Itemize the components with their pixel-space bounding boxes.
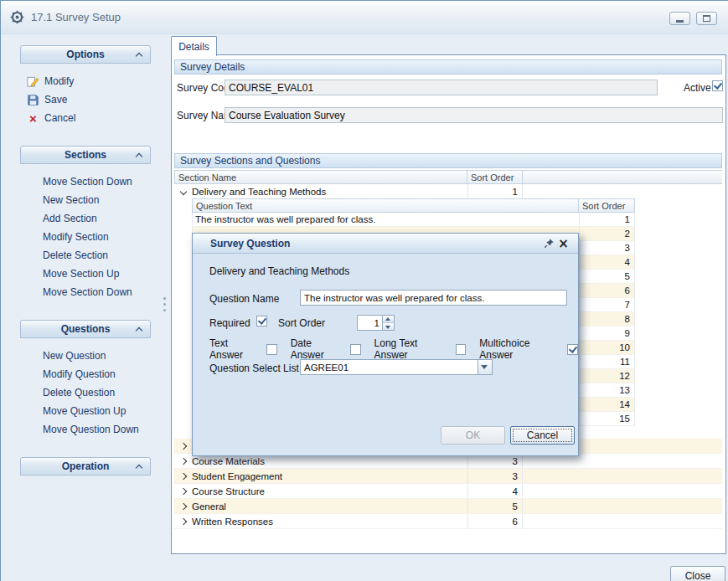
survey-code-field[interactable]: COURSE_EVAL01: [225, 80, 658, 95]
panel-header-sections[interactable]: Sections: [20, 146, 151, 164]
minimize-button[interactable]: [669, 12, 690, 25]
panel-title: Operation: [62, 460, 110, 472]
question-text-cell: The instructor was well prepared for cla…: [192, 213, 579, 226]
question-select-list-combo[interactable]: AGREE01: [300, 359, 493, 375]
section-row[interactable]: Student Engagement3: [174, 469, 722, 484]
splitter-handle[interactable]: [162, 54, 168, 554]
sort-order-stepper[interactable]: 1: [357, 315, 395, 331]
answer-type-checkbox[interactable]: [266, 344, 277, 355]
sidebar-item-new-question[interactable]: New Question: [20, 347, 151, 365]
sidebar-item-move-section-down[interactable]: Move Section Down: [20, 283, 151, 301]
section-sort-cell: 1: [467, 184, 523, 198]
answer-type-checkbox[interactable]: [456, 344, 467, 355]
survey-question-dialog: Survey Question × Delivery and Teaching …: [192, 233, 579, 456]
section-row[interactable]: Written Responses6: [174, 514, 722, 529]
minimize-icon: [676, 20, 684, 23]
collapse-chevron-icon: [136, 327, 142, 334]
panel-title: Options: [66, 49, 104, 60]
section-row-expanded[interactable]: Delivery and Teaching Methods 1: [174, 184, 722, 198]
pin-icon[interactable]: [542, 237, 556, 250]
sidebar-item-save[interactable]: Save: [20, 90, 151, 109]
collapse-chevron-icon: [136, 53, 142, 59]
column-question-sort[interactable]: Sort Order: [579, 198, 635, 213]
sidebar-item-label: Cancel: [44, 112, 75, 124]
answer-type-checkbox[interactable]: [350, 344, 361, 355]
survey-details-header: Survey Details: [174, 59, 722, 75]
question-sort-cell: 8: [579, 312, 635, 326]
column-question-text[interactable]: Question Text: [192, 198, 579, 213]
section-name-cell: Delivery and Teaching Methods: [192, 187, 467, 197]
maximize-button[interactable]: [696, 12, 717, 25]
sidebar-item-move-question-down[interactable]: Move Question Down: [20, 420, 151, 439]
column-filler: [523, 170, 722, 184]
question-row[interactable]: The instructor was well prepared for cla…: [192, 213, 635, 227]
chevron-right-icon[interactable]: [174, 489, 192, 494]
question-sort-cell: 10: [579, 341, 635, 354]
sidebar-item-move-section-up[interactable]: Move Section Up: [20, 265, 151, 283]
answer-type-label: Multichoice Answer: [479, 337, 563, 361]
required-label: Required: [209, 317, 250, 329]
sidebar-item-add-section[interactable]: Add Section: [20, 209, 151, 228]
chevron-right-icon[interactable]: [174, 459, 192, 464]
chevron-right-icon[interactable]: [174, 519, 192, 524]
panel-operation: Operation: [20, 457, 151, 476]
sidebar-item-delete-question[interactable]: Delete Question: [20, 383, 151, 402]
dropdown-arrow-icon[interactable]: [478, 360, 492, 374]
ok-button[interactable]: OK: [441, 426, 505, 445]
panel-header-operation[interactable]: Operation: [20, 457, 151, 476]
question-sort-cell: 11: [579, 355, 635, 368]
title-bar: 17.1 Survey Setup: [1, 1, 728, 34]
answer-type-checkboxes: Text AnswerDate AnswerLong Text AnswerMu…: [209, 337, 578, 361]
answer-type-date-answer: Date Answer: [291, 337, 361, 361]
sidebar-item-move-question-up[interactable]: Move Question Up: [20, 402, 151, 420]
chevron-right-icon[interactable]: [174, 444, 192, 449]
section-sort-cell: 6: [467, 514, 523, 528]
spin-up-button[interactable]: [383, 316, 394, 323]
panel-header-options[interactable]: Options: [20, 45, 151, 64]
sidebar-item-delete-section[interactable]: Delete Section: [20, 246, 151, 265]
sections-grid-header: Section Name Sort Order: [174, 170, 722, 184]
panel-questions: Questions New QuestionModify QuestionDel…: [20, 320, 151, 457]
chevron-right-icon[interactable]: [174, 504, 192, 509]
survey-name-field[interactable]: Course Evaluation Survey: [225, 107, 723, 123]
section-row[interactable]: General5: [174, 499, 722, 514]
panel-options: Options Modify: [20, 45, 151, 146]
sidebar-item-modify-question[interactable]: Modify Question: [20, 365, 151, 383]
collapse-chevron-icon: [136, 153, 142, 160]
sort-order-label: Sort Order: [278, 317, 325, 329]
chevron-down-icon[interactable]: [174, 189, 192, 194]
sidebar-item-new-section[interactable]: New Section: [20, 191, 151, 209]
close-button[interactable]: Close: [670, 566, 725, 581]
section-row[interactable]: Course Structure4: [174, 484, 722, 499]
question-sort-cell: 12: [579, 369, 635, 383]
section-sort-cell: 3: [467, 469, 523, 483]
required-checkbox[interactable]: [256, 316, 267, 326]
dialog-title: Survey Question: [210, 238, 290, 249]
chevron-right-icon[interactable]: [174, 474, 192, 479]
spin-down-button[interactable]: [383, 323, 394, 330]
question-sort-cell: 4: [579, 255, 635, 269]
cancel-button[interactable]: Cancel: [510, 426, 575, 445]
answer-type-multichoice-answer: Multichoice Answer: [479, 337, 578, 361]
active-label: Active: [684, 82, 711, 94]
sidebar-item-modify[interactable]: Modify: [20, 72, 151, 90]
window-title: 17.1 Survey Setup: [31, 11, 121, 23]
questions-grid-header: Question Text Sort Order: [192, 198, 635, 213]
dialog-close-icon[interactable]: ×: [556, 237, 571, 250]
column-section-name[interactable]: Section Name: [174, 170, 467, 184]
answer-type-checkbox[interactable]: [567, 344, 578, 355]
sidebar-item-modify-section[interactable]: Modify Section: [20, 228, 151, 246]
section-sort-cell: 5: [467, 499, 523, 513]
question-name-input[interactable]: The instructor was well prepared for cla…: [300, 290, 567, 306]
cancel-x-icon: ×: [27, 113, 39, 124]
section-sort-cell: 4: [467, 484, 523, 498]
tab-details[interactable]: Details: [171, 36, 217, 56]
question-sort-cell: 6: [579, 284, 635, 297]
active-checkbox[interactable]: [712, 80, 723, 91]
column-sort-order[interactable]: Sort Order: [467, 170, 523, 184]
panel-header-questions[interactable]: Questions: [20, 320, 151, 338]
sidebar-item-move-section-down[interactable]: Move Section Down: [20, 172, 151, 191]
sidebar-item-cancel[interactable]: × Cancel: [20, 109, 151, 127]
dialog-title-bar[interactable]: Survey Question ×: [193, 234, 578, 254]
sort-order-value: 1: [358, 316, 382, 330]
